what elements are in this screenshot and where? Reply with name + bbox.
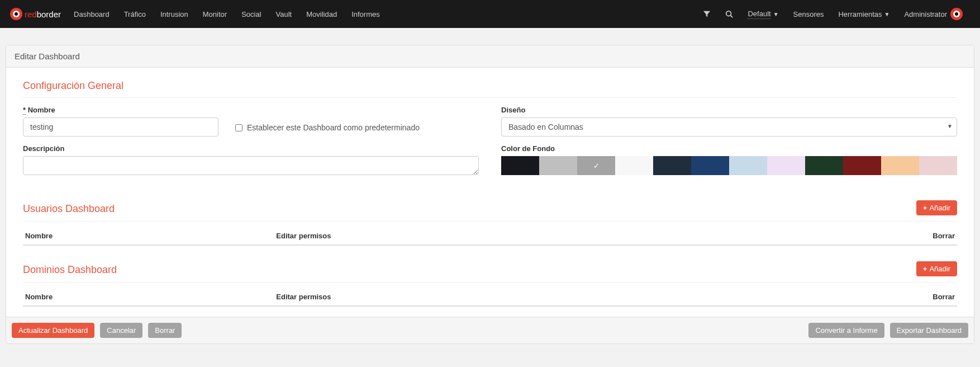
add-user-button[interactable]: + Añadir	[916, 200, 957, 215]
color-swatch-4[interactable]	[653, 156, 691, 175]
section-divider	[23, 221, 957, 222]
search-icon[interactable]	[718, 0, 740, 28]
nav-sensores[interactable]: Sensores	[786, 0, 831, 28]
users-th-perm: Editar permisos	[276, 232, 910, 240]
domains-th-perm: Editar permisos	[276, 293, 910, 301]
nav-default-dropdown[interactable]: Default▼	[740, 0, 786, 28]
color-swatch-10[interactable]	[881, 156, 919, 175]
nav-trafico[interactable]: Tráfico	[117, 0, 153, 28]
update-dashboard-button[interactable]: Actualizar Dashboard	[12, 323, 94, 338]
name-input[interactable]	[23, 117, 218, 137]
export-dashboard-button[interactable]: Exportar Dashboard	[890, 323, 968, 338]
bgcolor-label: Color de Fondo	[501, 144, 957, 153]
default-checkbox-wrap[interactable]: Establecer este Dashboard como predeterm…	[235, 122, 420, 132]
nav-movilidad[interactable]: Movilidad	[299, 0, 344, 28]
section-divider	[23, 282, 957, 283]
users-th-name: Nombre	[25, 232, 276, 240]
users-th-del: Borrar	[910, 232, 955, 240]
nav-monitor[interactable]: Monitor	[196, 0, 234, 28]
edit-dashboard-panel: Editar Dashboard Configuración General *…	[6, 45, 974, 344]
domains-th-del: Borrar	[910, 293, 955, 301]
nav-informes[interactable]: Informes	[344, 0, 387, 28]
section-domains-title: Dominios Dashboard	[23, 262, 916, 276]
nav-vault[interactable]: Vault	[269, 0, 299, 28]
desc-label: Descripción	[23, 144, 479, 153]
nav-herramientas[interactable]: Herramientas▼	[831, 0, 897, 28]
default-checkbox[interactable]	[235, 124, 242, 131]
panel-title: Editar Dashboard	[6, 45, 974, 68]
desc-textarea[interactable]	[23, 156, 479, 175]
caret-down-icon: ▼	[773, 11, 779, 17]
svg-point-0	[726, 11, 731, 16]
filter-icon[interactable]	[696, 0, 718, 28]
color-swatches	[501, 156, 957, 175]
section-users-title: Usuarios Dashboard	[23, 201, 916, 215]
users-table-header: Nombre Editar permisos Borrar	[23, 227, 957, 246]
color-swatch-11[interactable]	[919, 156, 957, 175]
svg-line-1	[731, 16, 733, 18]
color-swatch-1[interactable]	[539, 156, 577, 175]
caret-down-icon: ▼	[884, 11, 890, 17]
brand-logo[interactable]: redborder	[10, 8, 61, 20]
name-label: * Nombre	[23, 106, 479, 114]
color-swatch-0[interactable]	[501, 156, 539, 175]
add-domain-button[interactable]: + Añadir	[916, 261, 957, 276]
color-swatch-9[interactable]	[843, 156, 881, 175]
nav-dashboard[interactable]: Dashboard	[66, 0, 117, 28]
color-swatch-7[interactable]	[767, 156, 805, 175]
section-general-title: Configuración General	[23, 78, 957, 92]
top-navbar: redborder Dashboard Tráfico Intrusion Mo…	[0, 0, 980, 28]
plus-icon: +	[923, 204, 927, 212]
color-swatch-6[interactable]	[729, 156, 767, 175]
delete-button[interactable]: Borrar	[148, 323, 182, 338]
nav-social[interactable]: Social	[234, 0, 268, 28]
domains-th-name: Nombre	[25, 293, 276, 301]
cancel-button[interactable]: Cancelar	[100, 323, 142, 338]
domains-table-header: Nombre Editar permisos Borrar	[23, 288, 957, 307]
brand-logo-text: redborder	[25, 10, 61, 19]
nav-administrator[interactable]: Administrator	[897, 0, 970, 28]
design-select[interactable]: Basado en Columnas	[501, 117, 957, 137]
color-swatch-5[interactable]	[691, 156, 729, 175]
color-swatch-3[interactable]	[615, 156, 653, 175]
nav-intrusion[interactable]: Intrusion	[153, 0, 196, 28]
color-swatch-8[interactable]	[805, 156, 843, 175]
nav-items: Dashboard Tráfico Intrusion Monitor Soci…	[66, 0, 387, 28]
design-label: Diseño	[501, 106, 957, 114]
default-checkbox-label: Establecer este Dashboard como predeterm…	[247, 123, 420, 132]
convert-report-button[interactable]: Convertir a Informe	[808, 323, 884, 338]
section-divider	[23, 97, 957, 98]
user-avatar-icon	[950, 8, 963, 20]
nav-right: Default▼ Sensores Herramientas▼ Administ…	[696, 0, 970, 28]
panel-footer: Actualizar Dashboard Cancelar Borrar Con…	[6, 317, 974, 344]
plus-icon: +	[923, 265, 927, 273]
color-swatch-2[interactable]	[577, 156, 615, 175]
brand-logo-icon	[10, 8, 22, 20]
